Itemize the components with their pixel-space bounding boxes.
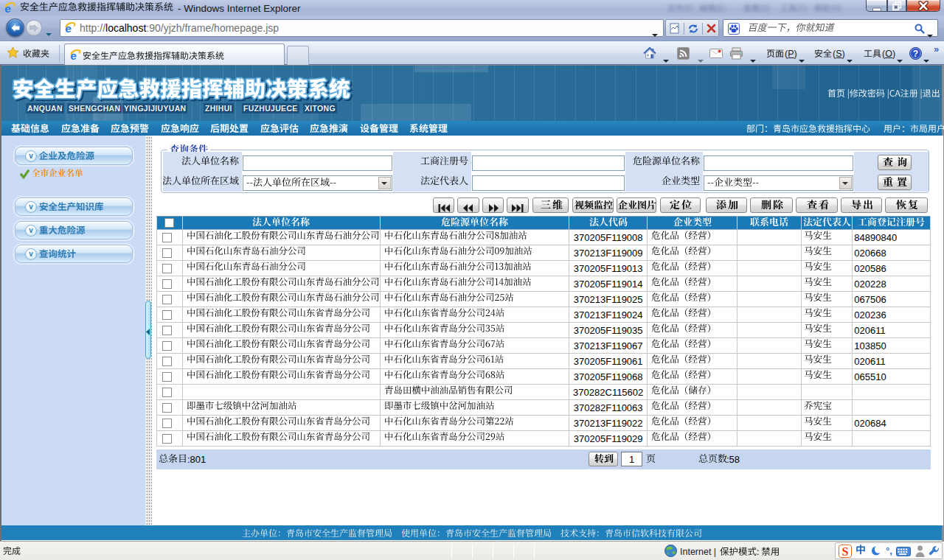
svg-text:S: S: [842, 545, 849, 558]
svg-text:?: ?: [913, 49, 918, 59]
